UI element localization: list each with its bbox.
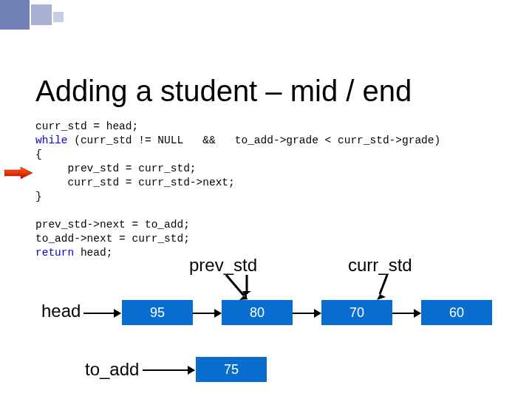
list-node: 70	[321, 300, 392, 325]
code-line: head;	[74, 247, 112, 259]
code-line: prev_std = curr_std;	[35, 163, 197, 174]
list-node: 95	[122, 300, 193, 325]
code-line: curr_std = head;	[35, 120, 138, 132]
slide-title: Adding a student – mid / end	[35, 75, 412, 108]
svg-line-1	[226, 275, 244, 296]
arrow-70-to-60	[392, 313, 420, 314]
code-line: to_add->next = curr_std;	[35, 233, 190, 245]
list-node: 80	[222, 300, 293, 325]
prev-std-pointer-icon	[219, 273, 254, 303]
code-line: curr_std = curr_std->next;	[35, 177, 235, 188]
svg-marker-6	[377, 294, 386, 300]
arrow-80-to-70	[293, 313, 321, 314]
code-block: curr_std = head; while (curr_std != NULL…	[35, 120, 440, 260]
list-node: 60	[421, 300, 492, 325]
curr-std-pointer-icon	[377, 273, 412, 303]
code-line: prev_std->next = to_add;	[35, 219, 190, 231]
code-line: {	[35, 149, 42, 160]
svg-marker-0	[4, 167, 33, 179]
arrow-head-to-95	[83, 313, 120, 314]
arrow-95-to-80	[193, 313, 221, 314]
slide-corner-decoration	[0, 0, 126, 30]
svg-line-5	[380, 275, 387, 294]
kw-while: while	[35, 134, 68, 146]
label-head: head	[41, 301, 81, 321]
code-line: }	[35, 191, 42, 202]
kw-return: return	[35, 247, 74, 259]
execution-pointer-icon	[4, 167, 33, 179]
label-to-add: to_add	[85, 359, 139, 380]
code-line: (curr_std != NULL && to_add->grade < cur…	[68, 134, 441, 146]
list-node-insert: 75	[196, 357, 267, 382]
arrow-toadd-to-75	[143, 369, 194, 371]
svg-marker-2	[239, 296, 248, 300]
